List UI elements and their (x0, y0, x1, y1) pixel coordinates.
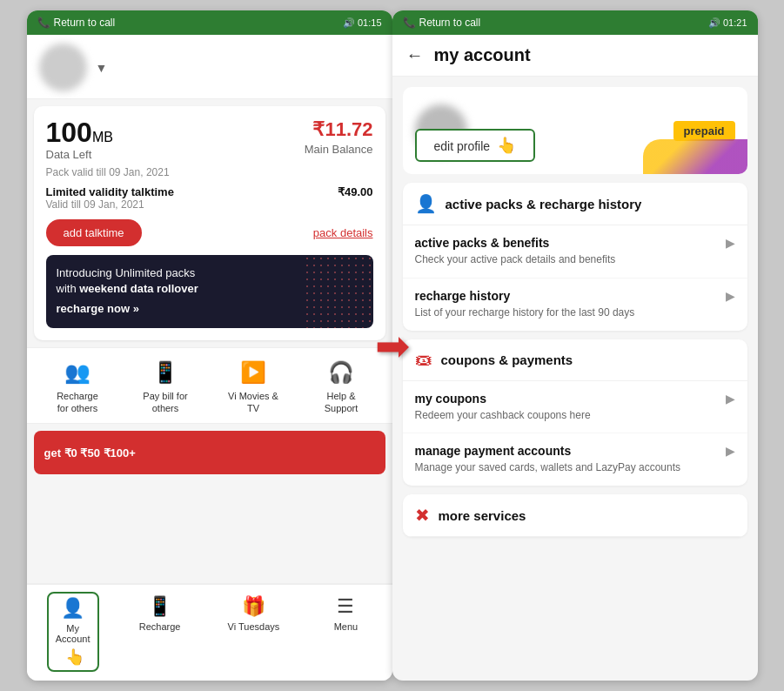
add-talktime-button[interactable]: add talktime (46, 219, 142, 246)
cursor-icon: 👆 (65, 647, 84, 667)
bottom-nav: 👤 MyAccount 👆 📱 Recharge 🎁 Vi Tuesdays ☰… (27, 583, 392, 681)
validity-text: Pack valid till 09 Jan, 2021 (46, 166, 373, 178)
my-coupons-header: my coupons ▶ (415, 392, 735, 406)
phone2-main: prepaid edit profile 👆 👤 active packs & … (392, 77, 758, 681)
promo-banner: Introducing Unlimited packswith weekend … (46, 255, 373, 328)
volume-icon: 🔊 (343, 17, 355, 28)
nav-vi-tuesdays[interactable]: 🎁 Vi Tuesdays (221, 592, 287, 672)
edit-cursor-icon: 👆 (497, 136, 516, 155)
volume-icon-2: 🔊 (708, 17, 720, 28)
phone2-header: ← my account (392, 35, 758, 77)
help-support-action[interactable]: 🎧 Help &Support (311, 360, 372, 415)
recharge-for-others-action[interactable]: 👥 Rechargefor others (47, 360, 108, 415)
phone2: 📞 Return to call 🔊 01:21 ← my account pr… (392, 10, 758, 681)
vi-movies-label: Vi Movies &TV (228, 390, 278, 415)
recharge-history-item[interactable]: recharge history ▶ List of your recharge… (403, 278, 747, 331)
vi-tuesdays-icon: 🎁 (242, 595, 265, 618)
active-packs-benefits-item[interactable]: active packs & benefits ▶ Check your act… (403, 225, 747, 278)
nav-menu[interactable]: ☰ Menu (319, 592, 372, 672)
active-packs-benefits-title: active packs & benefits (415, 236, 550, 250)
recharge-history-desc: List of your recharge history for the la… (415, 305, 735, 320)
status-call-left-2: 📞 Return to call (403, 17, 481, 29)
manage-payment-item[interactable]: manage payment accounts ▶ Manage your sa… (403, 433, 747, 486)
status-bar-2: 📞 Return to call 🔊 01:21 (392, 10, 758, 35)
manage-payment-title: manage payment accounts (415, 444, 572, 458)
dropdown-icon[interactable]: ▼ (96, 61, 108, 75)
active-packs-header: 👤 active packs & recharge history (403, 183, 747, 225)
chevron-right-icon-1: ▶ (726, 236, 735, 250)
talktime-info: Limited validity talktime Valid till 09 … (46, 185, 174, 211)
nav-recharge[interactable]: 📱 Recharge (132, 592, 188, 672)
data-unit: MB (92, 130, 113, 144)
pay-bill-others-action[interactable]: 📱 Pay bill forothers (135, 360, 196, 415)
promo-dots (304, 255, 373, 328)
coupons-icon: 🎟 (415, 350, 432, 370)
balance-right: ₹11.72 Main Balance (305, 118, 373, 161)
my-coupons-desc: Redeem your cashback coupons here (415, 408, 735, 423)
status-bar-1: 📞 Return to call 🔊 01:15 (27, 10, 392, 35)
pay-bill-icon: 📱 (152, 360, 178, 385)
chevron-right-icon-4: ▶ (726, 444, 735, 458)
profile-header: ▼ (27, 35, 392, 99)
manage-payment-desc: Manage your saved cards, wallets and Laz… (415, 460, 735, 475)
coupons-header: 🎟 coupons & payments (403, 339, 747, 381)
data-label: Data Left (46, 148, 113, 161)
balance-row: 100MB Data Left ₹11.72 Main Balance (46, 118, 373, 161)
status-time-1: 🔊 01:15 (343, 17, 382, 29)
menu-icon: ☰ (337, 595, 354, 618)
help-icon: 🎧 (328, 360, 354, 385)
center-arrow: ➡ (375, 321, 410, 370)
recharge-others-label: Rechargefor others (57, 390, 98, 415)
more-services-title: more services (439, 508, 526, 523)
edit-profile-button[interactable]: edit profile 👆 (415, 129, 535, 162)
pay-bill-label: Pay bill forothers (143, 390, 187, 415)
status-call-left: 📞 Return to call (37, 17, 116, 29)
page-title: my account (434, 45, 531, 65)
menu-label: Menu (334, 621, 358, 632)
talktime-validity: Valid till 09 Jan, 2021 (46, 198, 174, 211)
data-left: 100MB Data Left (46, 118, 113, 161)
action-row: add talktime pack details (46, 219, 373, 246)
recharge-others-icon: 👥 (64, 360, 90, 385)
red-promo-bar: get ₹0 ₹50 ₹100+ (34, 431, 385, 474)
nav-my-account[interactable]: 👤 MyAccount 👆 (47, 592, 99, 672)
pack-details-button[interactable]: pack details (313, 226, 373, 239)
active-packs-icon: 👤 (415, 193, 437, 214)
data-amount-label: 100MB (46, 118, 113, 146)
data-amount: 100 (46, 117, 92, 148)
chevron-right-icon-3: ▶ (726, 392, 735, 406)
status-time-2: 🔊 01:21 (708, 17, 747, 29)
active-packs-benefits-desc: Check your active pack details and benef… (415, 252, 735, 267)
avatar-blur (39, 44, 87, 91)
my-coupons-item[interactable]: my coupons ▶ Redeem your cashback coupon… (403, 381, 747, 434)
my-account-label: MyAccount (56, 623, 90, 644)
red-promo-text: get ₹0 ₹50 ₹100+ (44, 446, 136, 460)
help-label: Help &Support (325, 390, 358, 415)
talktime-price: ₹49.00 (338, 185, 373, 198)
active-packs-section: 👤 active packs & recharge history active… (403, 183, 747, 331)
more-services-icon: ✖ (415, 505, 430, 526)
talktime-title: Limited validity talktime (46, 185, 174, 198)
profile-card: prepaid edit profile 👆 (403, 87, 747, 174)
coupons-section: 🎟 coupons & payments my coupons ▶ Redeem… (403, 339, 747, 486)
profile-decoration (643, 139, 747, 174)
phone1-main: 100MB Data Left ₹11.72 Main Balance Pack… (27, 99, 392, 583)
more-services-header: ✖ more services (403, 494, 747, 537)
chevron-right-icon-2: ▶ (726, 289, 735, 303)
recharge-history-title: recharge history (415, 289, 511, 303)
back-arrow-button[interactable]: ← (406, 45, 424, 65)
time-2: 01:21 (723, 17, 747, 28)
call-text-2: Return to call (419, 17, 481, 29)
recharge-history-header: recharge history ▶ (415, 289, 735, 303)
active-packs-benefits-header: active packs & benefits ▶ (415, 236, 735, 250)
quick-actions: 👥 Rechargefor others 📱 Pay bill forother… (27, 347, 392, 425)
talktime-row: Limited validity talktime Valid till 09 … (46, 185, 373, 211)
balance-card: 100MB Data Left ₹11.72 Main Balance Pack… (34, 106, 385, 340)
main-balance: ₹11.72 (312, 118, 372, 141)
recharge-nav-label: Recharge (139, 621, 181, 632)
call-text: Return to call (54, 17, 116, 29)
prepaid-badge: prepaid (673, 121, 735, 141)
call-icon-2: 📞 (403, 17, 416, 29)
vi-movies-action[interactable]: ▶️ Vi Movies &TV (223, 360, 284, 415)
my-coupons-title: my coupons (415, 392, 486, 406)
